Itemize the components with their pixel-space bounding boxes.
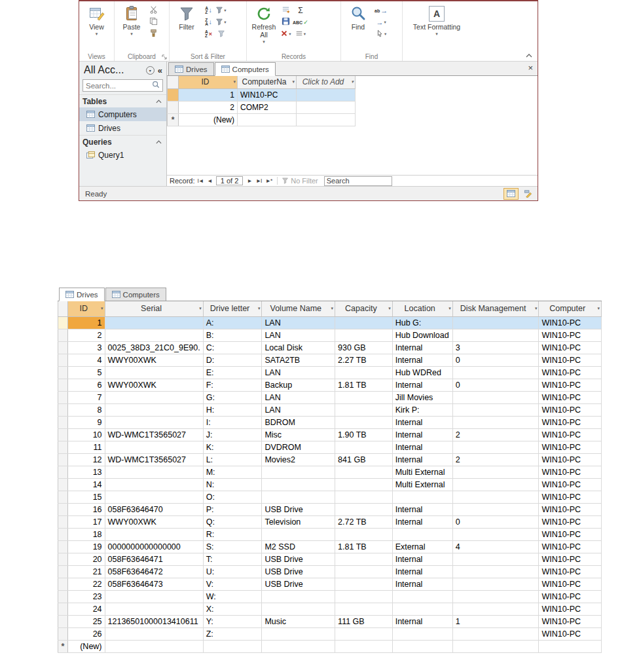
nav-item-query1[interactable]: Query1 [79,148,166,162]
filter-status-button[interactable]: No Filter [282,177,318,185]
cell[interactable]: C: [203,341,262,354]
cell[interactable]: 0 [452,379,539,391]
cell[interactable] [262,528,335,540]
cell[interactable]: V: [203,578,262,590]
cell[interactable] [105,416,203,428]
cell[interactable]: (New) [67,640,105,652]
find-button[interactable]: Find [343,3,373,52]
table-row[interactable]: 8H:LANKirk P:WIN10-PC [58,403,602,416]
nav-group-tables[interactable]: Tables [79,94,166,107]
cell[interactable]: Hub WDRed [392,366,452,379]
cell[interactable]: USB Drive [262,553,335,565]
cell[interactable]: External [392,540,452,553]
chevron-up-icon[interactable] [156,100,162,103]
cell[interactable] [262,491,335,503]
cell[interactable] [452,391,539,403]
cell[interactable]: 3 [452,341,539,354]
cell[interactable]: WIN10-PC [539,528,602,540]
document-tab-computers[interactable]: Computers [105,288,166,301]
cell[interactable]: G: [203,391,262,403]
cell[interactable] [452,640,539,652]
row-selector[interactable] [58,603,68,615]
cell[interactable] [452,366,539,379]
cell[interactable]: 20 [67,553,105,565]
previous-record-button[interactable]: ◄ [206,177,213,184]
cell[interactable]: 0 [452,354,539,366]
table-row[interactable]: 14N:Multi ExternalWIN10-PC [58,478,602,491]
column-header-drive-letter[interactable]: Drive letter▾ [203,301,262,316]
row-selector[interactable] [168,88,179,101]
cell[interactable]: 24 [67,603,105,615]
cell[interactable]: Q: [203,515,262,528]
cell[interactable] [335,565,393,578]
cell[interactable]: WIN10-PC [539,466,602,478]
cell[interactable]: F: [203,379,262,391]
collapse-ribbon-button[interactable] [526,54,532,58]
cell[interactable]: K: [203,441,262,453]
cell[interactable]: WWY00XWK [105,354,203,366]
cell[interactable]: Y: [203,615,262,627]
cell[interactable]: Internal [392,578,452,590]
column-dropdown-icon[interactable]: ▾ [331,306,334,311]
cell[interactable]: LAN [262,403,335,416]
document-tab-drives[interactable]: Drives [168,62,214,76]
record-search-input[interactable] [324,176,392,186]
cell[interactable]: WIN10-PC [539,379,602,391]
cell[interactable]: USB Drive [262,565,335,578]
row-selector[interactable] [58,366,68,379]
cell[interactable] [452,403,539,416]
cell[interactable] [452,503,539,515]
cell[interactable] [335,590,393,603]
column-header-serial[interactable]: Serial▾ [105,301,203,316]
cell[interactable]: 0025_38D3_21C0_9E90. [105,341,203,354]
table-row[interactable]: 2COMP2 [168,101,356,113]
more-button[interactable]: ▾ [293,29,308,39]
cell[interactable]: 11 [67,441,105,453]
chevron-up-icon[interactable] [156,140,162,144]
cell[interactable]: 841 GB [335,453,393,466]
cell[interactable]: 17 [67,515,105,528]
cell[interactable]: Internal [392,354,452,366]
cell[interactable]: 0000000000000000 [105,540,203,553]
cell[interactable]: O: [203,491,262,503]
cell[interactable]: S: [203,540,262,553]
new-record-row[interactable]: *(New) [58,640,602,652]
datasheet-view-button[interactable] [503,188,519,200]
design-view-button[interactable] [521,188,536,200]
cell[interactable]: 22 [67,578,105,590]
cell[interactable]: WIN10-PC [539,578,602,590]
row-selector[interactable] [58,627,68,640]
cell[interactable]: WIN10-PC [539,428,602,441]
cell[interactable]: 19 [67,540,105,553]
cell[interactable]: Kirk P: [392,403,452,416]
cell[interactable]: WIN10-PC [539,441,602,453]
cell[interactable] [262,603,335,615]
column-header-click-to-add[interactable]: Click to Add▾ [297,76,356,88]
row-selector[interactable] [58,379,68,391]
cell[interactable]: 4 [452,540,539,553]
cell[interactable]: Internal [392,553,452,565]
cell[interactable]: COMP2 [238,101,297,113]
cell[interactable]: Internal [392,428,452,441]
cell[interactable]: M: [203,466,262,478]
cell[interactable] [392,528,452,540]
cell[interactable]: U: [203,565,262,578]
column-header-computer[interactable]: Computer▾ [539,301,602,316]
cell[interactable] [105,603,203,615]
select-all-corner[interactable] [168,76,179,88]
row-selector[interactable] [58,553,68,565]
cell[interactable]: Movies2 [262,453,335,466]
cell[interactable]: Multi External [392,478,452,491]
row-selector[interactable] [58,466,68,478]
cell[interactable]: Jill Movies [392,391,452,403]
cell[interactable]: 18 [67,528,105,540]
first-record-button[interactable]: I◄ [196,177,205,184]
cell[interactable]: 5 [67,366,105,379]
cell[interactable] [335,403,393,416]
cell[interactable]: 21 [67,565,105,578]
collapse-pane-button[interactable]: « [156,65,164,75]
row-selector[interactable] [168,101,179,113]
column-dropdown-icon[interactable]: ▾ [448,306,451,311]
cell[interactable]: 058F63646473 [105,578,203,590]
cell[interactable] [335,491,393,503]
